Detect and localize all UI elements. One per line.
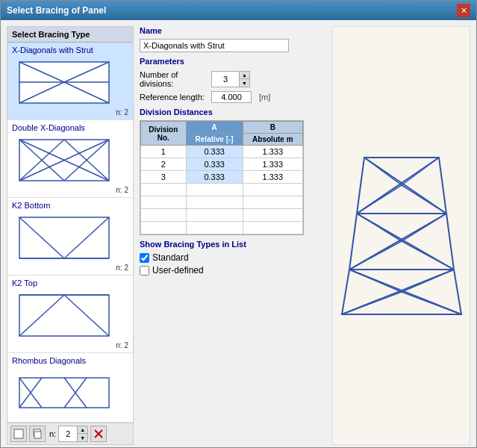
main-content: Select Bracing Type X-Diagonals with Str…: [7, 26, 470, 445]
bracing-item-k2-bottom[interactable]: K2 Bottom n: 2: [7, 198, 133, 276]
num-divisions-buttons: ▲ ▼: [239, 72, 249, 87]
num-divisions-up[interactable]: ▲: [239, 72, 249, 79]
svg-line-36: [364, 158, 402, 185]
name-section: Name: [140, 26, 326, 52]
bracing-label-double-x: Double X-Diagonals: [12, 123, 128, 132]
params-section: Parameters Number of divisions: ▲ ▼ Refe: [140, 57, 326, 103]
division-table-wrap: DivisionNo. A B Relative [-] Absolute m: [140, 120, 304, 235]
n-spinner[interactable]: ▲ ▼: [58, 426, 88, 442]
bracing-n-x-diag-strut: n: 2: [12, 108, 128, 116]
col-a-header: A: [186, 122, 243, 134]
empty-row-3: [141, 209, 303, 222]
copy-icon-btn[interactable]: [29, 426, 46, 442]
preview-svg: [338, 150, 465, 322]
num-divisions-down[interactable]: ▼: [239, 79, 249, 87]
dialog: Select Bracing of Panel ✕ Select Bracing…: [0, 0, 477, 448]
close-button[interactable]: ✕: [457, 4, 470, 17]
row1-a[interactable]: 0.333: [186, 146, 243, 158]
bracing-label-k2-top: K2 Top: [12, 279, 128, 287]
bracing-item-x-diag-strut[interactable]: X-Diagonals with Strut n: 2: [7, 43, 133, 120]
standard-label: Standard: [152, 252, 189, 263]
empty-row-2: [141, 196, 303, 209]
bracing-preview-k2-top: [12, 289, 116, 341]
bracing-item-double-x[interactable]: Double X-Diagonals: [7, 120, 133, 198]
n-spinner-buttons: ▲ ▼: [77, 426, 87, 441]
dialog-title: Select Bracing of Panel: [7, 5, 106, 16]
n-spinner-up[interactable]: ▲: [77, 426, 87, 434]
svg-rect-13: [19, 217, 109, 258]
n-spinner-input[interactable]: [59, 429, 77, 438]
bracing-preview-k2-bottom: [12, 211, 116, 264]
right-panel: Name Parameters Number of divisions: ▲ ▼: [140, 26, 326, 445]
division-label: Division Distances: [140, 108, 326, 116]
row2-b: 1.333: [243, 158, 302, 171]
user-defined-label: User-defined: [152, 265, 204, 276]
bracing-label-rhombus: Rhombus Diagonals: [12, 356, 128, 365]
row1-b: 1.333: [243, 146, 302, 158]
division-table: DivisionNo. A B Relative [-] Absolute m: [140, 121, 303, 234]
bracing-n-k2-top: n: 2: [12, 341, 128, 349]
left-panel-footer: n: ▲ ▼: [7, 423, 133, 444]
num-divisions-spinner[interactable]: ▲ ▼: [211, 71, 250, 87]
bracing-label-k2-bottom: K2 Bottom: [12, 201, 128, 210]
col-b-header: B: [243, 122, 302, 134]
delete-icon-btn[interactable]: [90, 426, 107, 442]
empty-row-4: [141, 222, 303, 234]
svg-rect-30: [34, 432, 41, 438]
svg-line-44: [402, 214, 446, 241]
bracing-item-k2-top[interactable]: K2 Top n: 2: [7, 276, 133, 353]
name-input[interactable]: [140, 39, 289, 52]
ref-length-row: Reference length: [m]: [140, 91, 326, 103]
bracing-label-x-diag-strut: X-Diagonals with Strut: [12, 46, 128, 55]
row2-no: 2: [141, 158, 187, 171]
col-div-no-header: DivisionNo.: [141, 122, 187, 146]
svg-line-50: [349, 270, 402, 292]
col-b-sub-header: Absolute m: [243, 134, 302, 146]
bracing-n-double-x: n: 2: [12, 186, 128, 194]
n-spinner-down[interactable]: ▼: [77, 434, 87, 441]
show-bracing-section: Show Bracing Types in List Standard User…: [140, 240, 326, 276]
title-bar: Select Bracing of Panel ✕: [1, 1, 476, 20]
svg-line-53: [402, 292, 461, 314]
user-defined-checkbox[interactable]: [140, 266, 149, 276]
num-divisions-input[interactable]: [212, 74, 239, 84]
row3-a[interactable]: 0.333: [186, 171, 243, 184]
standard-checkbox[interactable]: [140, 253, 149, 263]
user-defined-checkbox-row: User-defined: [140, 265, 326, 276]
svg-line-43: [357, 214, 402, 241]
division-section: Division Distances DivisionNo. A B Rel: [140, 108, 326, 235]
standard-checkbox-row: Standard: [140, 252, 326, 263]
row2-a[interactable]: 0.333: [186, 158, 243, 171]
num-divisions-label: Number of divisions:: [140, 70, 207, 88]
row3-no: 3: [141, 171, 187, 184]
left-panel-header: Select Bracing Type: [7, 27, 133, 43]
svg-line-46: [402, 241, 454, 270]
ref-length-label: Reference length:: [140, 93, 207, 102]
ref-length-input-wrap[interactable]: [211, 91, 252, 103]
ref-length-input[interactable]: [212, 92, 251, 102]
num-divisions-row: Number of divisions: ▲ ▼: [140, 70, 326, 88]
bracing-preview-rhombus: [12, 367, 116, 419]
row1-no: 1: [141, 146, 187, 158]
show-bracing-label: Show Bracing Types in List: [140, 240, 326, 249]
n-label: n:: [49, 429, 56, 438]
bracing-n-k2-bottom: n: 2: [12, 264, 128, 272]
table-row: 1 0.333 1.333: [141, 146, 303, 158]
table-row: 2 0.333 1.333: [141, 158, 303, 171]
bracing-item-rhombus[interactable]: Rhombus Diagonals: [7, 353, 133, 423]
params-label: Parameters: [140, 57, 326, 66]
svg-rect-18: [19, 295, 109, 336]
bracing-list[interactable]: X-Diagonals with Strut n: 2: [7, 43, 133, 423]
dialog-body: Select Bracing Type X-Diagonals with Str…: [1, 20, 476, 448]
svg-line-38: [357, 185, 402, 214]
bracing-preview-double-x: [12, 134, 116, 186]
empty-row-1: [141, 184, 303, 196]
left-panel: Select Bracing Type X-Diagonals with Str…: [7, 26, 134, 445]
svg-line-39: [402, 185, 446, 214]
svg-line-52: [342, 292, 402, 314]
bracing-preview-x-diag-strut: [12, 56, 116, 108]
add-icon-btn[interactable]: [10, 426, 27, 442]
preview-panel: [332, 26, 470, 445]
name-label: Name: [140, 26, 326, 35]
col-a-sub-header: Relative [-]: [186, 134, 243, 146]
